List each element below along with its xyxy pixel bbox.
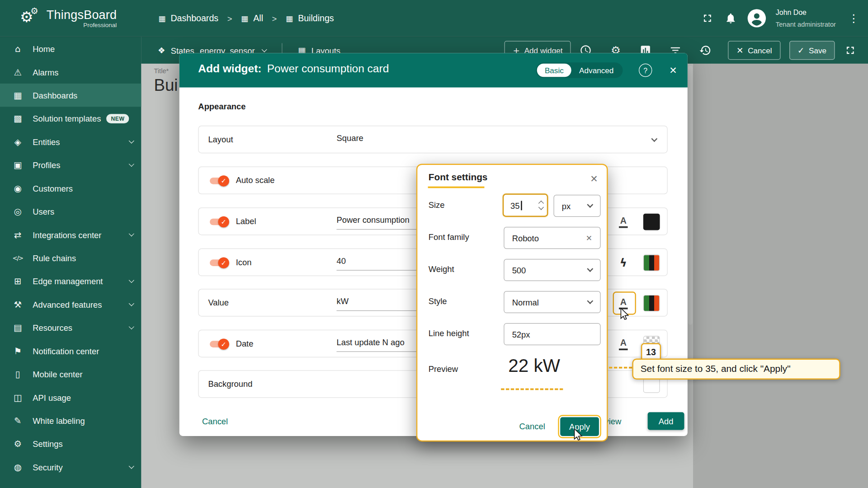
advanced-features-icon: ⚒	[12, 299, 23, 310]
tab-advanced[interactable]: Advanced	[571, 64, 622, 77]
states-icon: ❖	[158, 45, 165, 55]
chevron-down-icon	[587, 266, 593, 272]
sidebar-item-label: Solution templates	[33, 114, 101, 123]
save-dashboard-button[interactable]: ✓ Save	[789, 41, 835, 60]
size-stepper[interactable]	[539, 202, 543, 209]
dialog-add-button[interactable]: Add	[648, 412, 684, 430]
sidebar-item-integrations-center[interactable]: ⇄ Integrations center	[0, 223, 141, 246]
white-labeling-icon: ✎	[12, 415, 23, 426]
chevron-down-icon	[587, 298, 593, 304]
sidebar-item-entities[interactable]: ◈ Entities	[0, 130, 141, 153]
entities-icon: ◈	[12, 136, 23, 147]
tutorial-title-underline	[428, 187, 485, 188]
icon-picker-button[interactable]: ϟ	[613, 253, 633, 273]
cancel-edit-button[interactable]: ✕ Cancel	[728, 41, 780, 60]
preview-label: Preview	[429, 364, 458, 374]
sidebar-item-label: Rule chains	[33, 253, 76, 263]
sidebar-item-advanced-features[interactable]: ⚒ Advanced features	[0, 293, 141, 316]
section-appearance: Appearance	[198, 102, 245, 111]
auto-scale-toggle[interactable]: ✓	[208, 175, 229, 186]
chevron-down-icon	[129, 324, 134, 329]
style-label: Style	[429, 296, 447, 306]
sidebar-item-label: White labeling	[33, 416, 85, 425]
brand-name: ThingsBoard	[47, 8, 117, 22]
tab-basic[interactable]: Basic	[537, 64, 571, 77]
dialog-cancel-button[interactable]: Cancel	[202, 417, 228, 426]
tutorial-dashed-underline	[501, 389, 563, 390]
sidebar-item-label: Users	[33, 206, 54, 216]
sidebar-item-alarms[interactable]: ⚠ Alarms	[0, 60, 141, 83]
background-label: Background	[208, 379, 252, 389]
sidebar-item-dashboards[interactable]: ▦ Dashboards	[0, 84, 141, 107]
sidebar-item-label: Security	[33, 462, 62, 472]
notifications-bell-icon[interactable]	[724, 11, 738, 25]
size-unit-select[interactable]: px	[553, 195, 600, 217]
row-layout: Layout Square	[198, 126, 667, 153]
sidebar-item-security[interactable]: ◍ Security	[0, 455, 141, 479]
sidebar-item-api-usage[interactable]: ◫ API usage	[0, 385, 141, 408]
integrations-icon: ⇄	[12, 230, 23, 240]
chevron-down-icon	[129, 300, 134, 306]
breadcrumb-all[interactable]: ▦ All	[241, 13, 263, 23]
users-icon: ◎	[12, 206, 23, 216]
label-toggle[interactable]: ✓	[208, 216, 229, 227]
layout-select[interactable]: Square	[336, 133, 363, 148]
sidebar-item-notification-center[interactable]: ⚑ Notification center	[0, 339, 141, 362]
fullscreen-icon[interactable]	[839, 41, 861, 60]
icon-toggle[interactable]: ✓	[208, 257, 229, 268]
icon-color-swatch[interactable]	[643, 254, 660, 271]
resources-icon: ▤	[12, 322, 23, 333]
breadcrumb-separator: >	[272, 14, 277, 23]
label-font-settings-button[interactable]: A	[613, 212, 633, 232]
sidebar-item-edge-management[interactable]: ⊞ Edge management	[0, 269, 141, 292]
help-icon[interactable]: ?	[639, 64, 652, 77]
value-color-swatch[interactable]	[643, 295, 660, 312]
check-icon: ✓	[797, 45, 804, 55]
fullscreen-icon[interactable]	[700, 11, 715, 25]
dialog-header: Add widget: Power consumption card Basic…	[179, 53, 688, 88]
clear-icon[interactable]: ✕	[586, 234, 592, 243]
sidebar-item-users[interactable]: ◎ Users	[0, 200, 141, 223]
layout-label: Layout	[208, 135, 233, 144]
label-label: Label	[236, 216, 256, 226]
sidebar-item-solution-templates[interactable]: ▩ Solution templates NEW	[0, 107, 141, 130]
sidebar-item-resources[interactable]: ▤ Resources	[0, 316, 141, 339]
sidebar-item-customers[interactable]: ◉ Customers	[0, 177, 141, 200]
sidebar-item-label: Settings	[33, 439, 62, 449]
font-settings-cancel-button[interactable]: Cancel	[519, 422, 545, 431]
date-font-settings-button[interactable]: A	[613, 334, 633, 354]
version-history-icon[interactable]	[690, 41, 720, 60]
settings-icon: ⚙	[12, 438, 23, 449]
chevron-down-icon	[129, 463, 134, 469]
font-preview-value: 22 kW	[498, 355, 570, 376]
sidebar-item-home[interactable]: ⌂ Home	[0, 37, 141, 60]
topbar: ⚙ ⚙ ThingsBoard Professional ▦ Dashboard…	[0, 0, 868, 37]
dashboards-icon: ▦	[286, 14, 293, 23]
sidebar-item-mobile-center[interactable]: ▯ Mobile center	[0, 362, 141, 385]
dashboard-title-input[interactable]: Bui	[154, 76, 178, 95]
dashboards-icon: ▦	[158, 14, 165, 23]
font-weight-select[interactable]: 500	[504, 259, 600, 281]
chevron-down-icon	[129, 277, 134, 283]
sidebar-item-white-labeling[interactable]: ✎ White labeling	[0, 409, 141, 432]
font-size-input[interactable]: 35	[503, 194, 548, 217]
font-family-input[interactable]: Roboto ✕	[504, 227, 600, 249]
dialog-title: Add widget: Power consumption card	[198, 62, 389, 75]
sidebar-item-profiles[interactable]: ▣ Profiles	[0, 153, 141, 176]
font-style-select[interactable]: Normal	[504, 291, 600, 313]
solution-templates-icon: ▩	[12, 113, 23, 123]
date-toggle[interactable]: ✓	[208, 338, 229, 349]
breadcrumb-dashboards[interactable]: ▦ Dashboards	[158, 13, 218, 23]
sidebar-item-label: Integrations center	[33, 230, 101, 239]
sidebar-item-rule-chains[interactable]: </> Rule chains	[0, 246, 141, 269]
label-color-swatch[interactable]	[643, 214, 660, 230]
scrollbar-thumb[interactable]	[688, 66, 693, 325]
avatar[interactable]	[747, 8, 767, 28]
line-height-input[interactable]: 52px	[504, 323, 600, 345]
close-icon[interactable]: ✕	[666, 64, 679, 77]
close-icon[interactable]: ✕	[587, 172, 601, 186]
breadcrumb-buildings[interactable]: ▦ Buildings	[286, 13, 334, 23]
kebab-menu-icon[interactable]: ⋮	[848, 12, 857, 25]
sidebar-item-settings[interactable]: ⚙ Settings	[0, 432, 141, 455]
alarms-icon: ⚠	[12, 67, 23, 77]
